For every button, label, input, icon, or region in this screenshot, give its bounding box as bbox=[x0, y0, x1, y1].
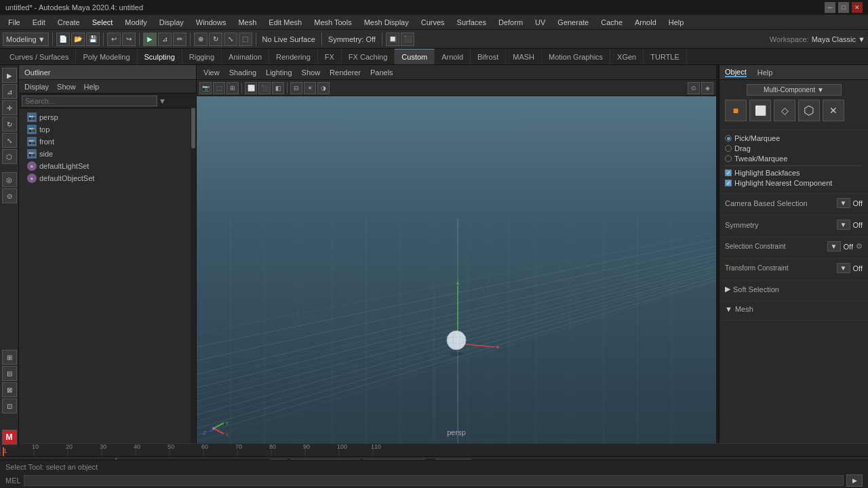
tree-item-persp[interactable]: 📷 persp bbox=[19, 111, 196, 123]
tab-arnold[interactable]: Arnold bbox=[435, 49, 471, 64]
pick-marquee-radio[interactable] bbox=[725, 135, 732, 142]
render-preview-btn[interactable]: 🔲 bbox=[386, 33, 399, 46]
vp-shadow-btn[interactable]: ◑ bbox=[317, 82, 330, 94]
undo-btn[interactable]: ↩ bbox=[107, 33, 121, 46]
vp-camera-btn[interactable]: 📷 bbox=[199, 82, 212, 94]
menu-cache[interactable]: Cache bbox=[595, 17, 628, 28]
move-tool-btn[interactable]: ✛ bbox=[2, 100, 17, 115]
tab-turtle[interactable]: TURTLE bbox=[644, 49, 687, 64]
select-mode-btn[interactable]: ▶ bbox=[2, 68, 17, 83]
scale-btn[interactable]: ⤡ bbox=[224, 33, 237, 46]
main-viewport[interactable]: View Shading Lighting Show Renderer Pane… bbox=[197, 65, 716, 447]
tree-item-lightset[interactable]: ● defaultLightSet bbox=[19, 160, 196, 172]
vp-show[interactable]: Show bbox=[298, 68, 325, 77]
rp-tab-help[interactable]: Help bbox=[757, 68, 773, 77]
sc-dropdown[interactable]: ▼ bbox=[827, 241, 841, 251]
universal-manip-btn[interactable]: ⬡ bbox=[2, 149, 17, 164]
vp-grid-btn[interactable]: ⊟ bbox=[290, 82, 302, 94]
outliner-scrollbar[interactable] bbox=[191, 107, 196, 447]
mel-input[interactable] bbox=[24, 475, 844, 486]
highlight-nearest-check[interactable] bbox=[725, 180, 732, 186]
uv-mode-btn[interactable]: ✕ bbox=[823, 100, 844, 121]
object-mode-btn[interactable]: ■ bbox=[725, 100, 747, 121]
tab-fx-caching[interactable]: FX Caching bbox=[342, 49, 395, 64]
menu-uv[interactable]: UV bbox=[530, 17, 551, 28]
container-btn[interactable]: ⊟ bbox=[2, 366, 17, 381]
menu-deform[interactable]: Deform bbox=[493, 17, 528, 28]
menu-select[interactable]: Select bbox=[87, 17, 119, 28]
soft-select-btn[interactable]: ◎ bbox=[2, 172, 17, 187]
vp-panels[interactable]: Panels bbox=[366, 68, 397, 77]
soft-selection-row[interactable]: ▶ Soft Selection bbox=[725, 285, 863, 293]
menu-arnold[interactable]: Arnold bbox=[629, 17, 662, 28]
timeline-ruler[interactable]: 1 10 20 30 40 50 60 70 80 90 100 110 bbox=[0, 443, 868, 456]
workspace-value[interactable]: Maya Classic ▼ bbox=[812, 35, 865, 43]
window-controls[interactable]: ─ □ ✕ bbox=[825, 2, 863, 13]
tree-item-top[interactable]: 📷 top bbox=[19, 123, 196, 136]
menu-help[interactable]: Help bbox=[663, 17, 690, 28]
playblast-btn[interactable]: ⬛ bbox=[401, 33, 414, 46]
paint-btn[interactable]: ✏ bbox=[173, 33, 186, 46]
drag-radio[interactable] bbox=[725, 145, 732, 152]
lasso-btn[interactable]: ⊙ bbox=[2, 188, 17, 203]
tree-item-objectset[interactable]: ● defaultObjectSet bbox=[19, 172, 196, 184]
new-btn[interactable]: 📄 bbox=[56, 33, 70, 46]
tab-curves-surfaces[interactable]: Curves / Surfaces bbox=[3, 49, 76, 64]
menu-modify[interactable]: Modify bbox=[119, 17, 152, 28]
menu-mesh[interactable]: Mesh bbox=[233, 17, 262, 28]
menu-windows[interactable]: Windows bbox=[191, 17, 232, 28]
rotate-btn[interactable]: ↻ bbox=[209, 33, 222, 46]
vp-wireframe-btn[interactable]: ⬜ bbox=[245, 82, 257, 94]
rp-tab-object[interactable]: Object bbox=[725, 68, 747, 77]
tab-mash[interactable]: MASH bbox=[506, 49, 542, 64]
search-input[interactable] bbox=[22, 96, 157, 106]
lasso-btn[interactable]: ⊿ bbox=[158, 33, 172, 46]
close-btn[interactable]: ✕ bbox=[852, 2, 863, 13]
snap-btn[interactable]: ⊡ bbox=[2, 399, 17, 413]
sc-icon[interactable]: ⚙ bbox=[856, 242, 863, 251]
tab-sculpting[interactable]: Sculpting bbox=[138, 49, 182, 64]
scene-canvas[interactable]: Y X Z persp bbox=[197, 96, 716, 447]
tab-xgen[interactable]: XGen bbox=[610, 49, 644, 64]
transform-btn[interactable]: ⬚ bbox=[239, 33, 252, 46]
menu-mesh-display[interactable]: Mesh Display bbox=[359, 17, 414, 28]
menu-display[interactable]: Display bbox=[154, 17, 189, 28]
menu-generate[interactable]: Generate bbox=[552, 17, 594, 28]
tab-rendering[interactable]: Rendering bbox=[269, 49, 318, 64]
vp-film-btn[interactable]: ⬚ bbox=[213, 82, 225, 94]
mesh-row[interactable]: ▼ Mesh bbox=[725, 305, 863, 313]
cbs-dropdown[interactable]: ▼ bbox=[837, 198, 850, 208]
tab-animation[interactable]: Animation bbox=[222, 49, 269, 64]
maximize-btn[interactable]: □ bbox=[838, 2, 849, 13]
ol-show[interactable]: Show bbox=[54, 83, 79, 91]
tree-item-front[interactable]: 📷 front bbox=[19, 136, 196, 148]
tab-fx[interactable]: FX bbox=[318, 49, 342, 64]
menu-curves[interactable]: Curves bbox=[416, 17, 450, 28]
select-tool-btn[interactable]: ▶ bbox=[143, 33, 157, 46]
save-btn[interactable]: 💾 bbox=[86, 33, 100, 46]
vp-isolate-btn[interactable]: ⊙ bbox=[688, 82, 700, 94]
menu-edit-mesh[interactable]: Edit Mesh bbox=[263, 17, 307, 28]
tab-poly-modeling[interactable]: Poly Modeling bbox=[76, 49, 137, 64]
vp-flat-btn[interactable]: ◧ bbox=[272, 82, 284, 94]
vp-renderer[interactable]: Renderer bbox=[326, 68, 365, 77]
module-selector[interactable]: Modeling ▼ bbox=[3, 33, 49, 46]
tweak-marquee-radio[interactable] bbox=[725, 155, 732, 162]
menu-file[interactable]: File bbox=[3, 17, 26, 28]
vertex-mode-btn[interactable]: ⬜ bbox=[749, 100, 771, 121]
tab-motion-graphics[interactable]: Motion Graphics bbox=[542, 49, 610, 64]
redo-btn[interactable]: ↪ bbox=[122, 33, 136, 46]
ol-help[interactable]: Help bbox=[81, 83, 102, 91]
sym-dropdown[interactable]: ▼ bbox=[837, 220, 850, 230]
vp-shading[interactable]: Shading bbox=[225, 68, 260, 77]
vp-lighting[interactable]: Lighting bbox=[262, 68, 296, 77]
menu-surfaces[interactable]: Surfaces bbox=[452, 17, 492, 28]
tree-item-side[interactable]: 📷 side bbox=[19, 148, 196, 160]
align-btn[interactable]: ⊠ bbox=[2, 382, 17, 397]
vp-light-btn[interactable]: ☀ bbox=[304, 82, 316, 94]
vp-view[interactable]: View bbox=[199, 68, 224, 77]
vp-snap-grid-btn[interactable]: ⊞ bbox=[226, 82, 239, 94]
highlight-backfaces-check[interactable] bbox=[725, 169, 732, 176]
paint-select-btn[interactable]: ⊿ bbox=[2, 84, 17, 99]
scale-tool-btn[interactable]: ⤡ bbox=[2, 133, 17, 148]
